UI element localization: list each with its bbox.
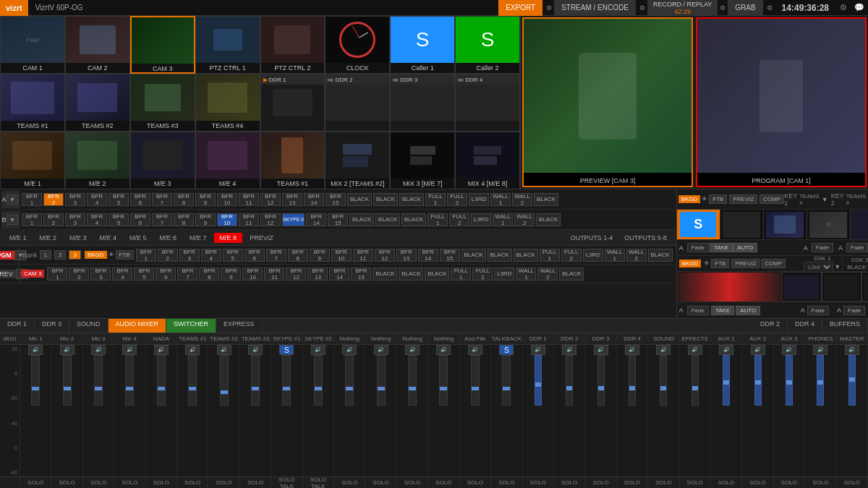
source-caller2[interactable]: S Caller 2 <box>455 16 520 74</box>
prev-full1[interactable]: FULL1 <box>451 267 471 281</box>
bfr-b-black1[interactable]: BLACK <box>349 213 374 226</box>
bfr-black1[interactable]: BLACK <box>347 193 372 206</box>
bkgd-key-button[interactable]: BKGD <box>678 195 701 203</box>
pgm-bfr4[interactable]: BFR4 <box>201 249 221 262</box>
pgm-bfr14[interactable]: BFR14 <box>418 249 438 262</box>
bfr-black3[interactable]: BLACK <box>399 193 424 206</box>
solo-mic4[interactable]: SOLO <box>114 477 145 488</box>
bfr-b6[interactable]: BFR6 <box>130 213 150 226</box>
mute-effects-audio[interactable]: 🔊 <box>688 345 702 355</box>
tab-ddr1[interactable]: DDR 1 <box>0 319 35 333</box>
solo-audfile[interactable]: SOLO <box>460 477 491 488</box>
pgm-bfr15[interactable]: BFR15 <box>440 249 460 262</box>
pgm-bfr6[interactable]: BFR6 <box>244 249 265 262</box>
chat-icon[interactable]: 💬 <box>851 3 868 12</box>
bfr-a6[interactable]: BFR6 <box>130 193 150 206</box>
prev-wall1[interactable]: WALL1 <box>516 267 536 281</box>
fader-blue-phones[interactable] <box>817 355 824 406</box>
source-teams-me[interactable]: TEAMS #1 <box>260 132 326 189</box>
tab-ddr4[interactable]: DDR 4 <box>788 319 822 333</box>
dsk-bkgd[interactable]: BKGD <box>679 260 702 267</box>
mute-ddr2-audio[interactable]: 🔊 <box>562 345 576 355</box>
prev-black1[interactable]: BLACK <box>373 267 397 281</box>
bfr-a2[interactable]: BFR2 <box>43 193 64 206</box>
pgm-bfr12[interactable]: BFR12 <box>375 249 395 262</box>
solo-master[interactable]: SOLO <box>837 477 868 488</box>
bfr-b5[interactable]: BFR5 <box>109 213 129 226</box>
source-clock[interactable]: CLOCK <box>325 16 390 74</box>
fader-slider-teams3[interactable] <box>251 355 260 406</box>
mute-ddr3-audio[interactable]: 🔊 <box>594 345 608 355</box>
dsk-ftb[interactable]: FTB <box>711 259 729 268</box>
fader-slider-mic2[interactable] <box>63 355 72 406</box>
prev-bfr4[interactable]: BFR4 <box>112 267 132 281</box>
tab-express[interactable]: EXPRESS <box>216 319 263 333</box>
prev-bfr5[interactable]: BFR5 <box>134 267 154 281</box>
fader-slider-nothing4[interactable] <box>439 355 448 406</box>
solo-aux2[interactable]: SOLO <box>742 477 773 488</box>
bfr-a5[interactable]: BFR5 <box>109 193 129 206</box>
prev-bfr6[interactable]: BFR6 <box>156 267 176 281</box>
mute-teams1[interactable]: 🔊 <box>185 345 200 355</box>
bfr-b-black2[interactable]: BLACK <box>375 213 400 226</box>
mute-teams3[interactable]: 🔊 <box>248 345 263 355</box>
pgm-black1[interactable]: BLACK <box>461 249 486 262</box>
tab-sound[interactable]: SOUND <box>69 319 109 333</box>
bfr-b11[interactable]: BFR11 <box>239 213 259 226</box>
bfr-a14[interactable]: BFR14 <box>304 193 324 206</box>
mute-nothing4[interactable]: 🔊 <box>436 345 451 355</box>
mute-mic4[interactable]: 🔊 <box>122 345 137 355</box>
fader-slider-nada[interactable] <box>157 355 166 406</box>
fader-blue-ddr2[interactable] <box>566 355 573 406</box>
fader-slider-nothing2[interactable] <box>377 355 386 406</box>
fader-slider-teams2[interactable] <box>220 355 229 406</box>
bfr-b15[interactable]: BFR15 <box>328 213 348 226</box>
mute-nothing2[interactable]: 🔊 <box>374 345 388 355</box>
solo-ddr4[interactable]: SOLO <box>617 477 648 488</box>
tab-me6[interactable]: M/E 6 <box>154 233 183 243</box>
prev-bfr1[interactable]: BFR1 <box>47 267 67 281</box>
bank-3[interactable]: 3 <box>69 250 80 260</box>
fader-blue-aux1[interactable] <box>723 355 730 406</box>
keys-auto-button[interactable]: AUTO <box>733 243 757 252</box>
solo-nothing4[interactable]: SOLO <box>428 477 459 488</box>
prev-black2[interactable]: BLACK <box>399 267 423 281</box>
prev-bfr11[interactable]: BFR11 <box>264 267 284 281</box>
tab-me1[interactable]: M/E 1 <box>4 233 33 243</box>
fader-slider-mic1[interactable] <box>31 355 40 406</box>
tab-me8[interactable]: M/E 8 <box>214 233 243 243</box>
dsk-take-button[interactable]: TAKE <box>711 306 734 315</box>
bfr-b-wall1[interactable]: WALL1 <box>493 213 513 226</box>
tab-me3[interactable]: M/E 3 <box>64 233 93 243</box>
previz-key-button[interactable]: PREVIZ <box>729 194 757 204</box>
bfr-full2[interactable]: FULL2 <box>447 193 467 206</box>
prev-bfr15[interactable]: BFR15 <box>351 267 371 281</box>
bank-1[interactable]: 1 <box>40 250 51 260</box>
mute-sound-audio[interactable]: 🔊 <box>656 345 671 355</box>
pgm-black4[interactable]: BLACK <box>648 249 673 262</box>
mute-mic3[interactable]: 🔊 <box>91 345 106 355</box>
tab-buffers[interactable]: BUFFERS <box>822 319 868 333</box>
pgm-bfr3[interactable]: BFR3 <box>179 249 200 262</box>
tab-ddr3[interactable]: DDR 3 <box>35 319 69 333</box>
dsk-auto-button[interactable]: AUTO <box>736 306 760 315</box>
keys-take-button[interactable]: TAKE <box>710 243 733 252</box>
mute-aux3[interactable]: 🔊 <box>782 345 796 355</box>
mute-nothing3[interactable]: 🔊 <box>405 345 420 355</box>
export-toggle[interactable]: ⚙ <box>544 4 554 12</box>
bfr-l3rd[interactable]: L3RD <box>469 193 489 206</box>
pgm-bfr1[interactable]: BFR1 <box>136 249 156 262</box>
bfr-a7[interactable]: BFR7 <box>152 193 172 206</box>
prev-l3rd[interactable]: L3RD <box>494 267 514 281</box>
row-a-arrow[interactable]: ▼ <box>7 194 19 205</box>
export-button[interactable]: EXPORT <box>498 0 542 16</box>
fader-blue-master[interactable] <box>848 355 856 406</box>
record-button[interactable]: RECORD / REPLAY 42:29 <box>647 0 718 16</box>
fader-slider-talkback[interactable] <box>502 355 511 406</box>
grab-button[interactable]: GRAB <box>728 0 762 16</box>
source-cam1[interactable]: CAM CAM 1 <box>0 16 65 74</box>
fader-slider-mic4[interactable] <box>125 355 134 406</box>
mute-audfile[interactable]: 🔊 <box>468 345 482 355</box>
mute-phones[interactable]: 🔊 <box>813 345 827 355</box>
source-ptz2[interactable]: PTZ CTRL 2 <box>260 16 326 74</box>
